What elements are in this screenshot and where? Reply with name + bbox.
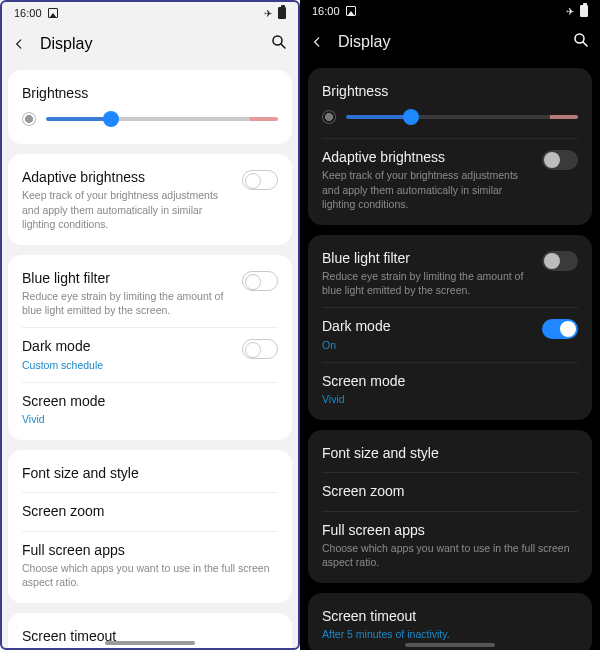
timeout-sub: After 5 minutes of inactivity. [322,627,578,641]
fontsize-row[interactable]: Font size and style [308,434,592,472]
screenmode-label: Screen mode [22,392,278,410]
search-icon [270,33,288,51]
timeout-card: Screen timeout After 5 minutes of inacti… [308,593,592,650]
bluelight-toggle[interactable] [542,251,578,271]
brightness-card: Brightness [8,70,292,144]
display-card: Blue light filter Reduce eye strain by l… [308,235,592,420]
adaptive-row[interactable]: Adaptive brightness Keep track of your b… [308,138,592,221]
screenzoom-label: Screen zoom [322,482,578,500]
status-time: 16:00 [14,7,42,19]
search-button[interactable] [572,31,590,53]
home-indicator[interactable] [405,643,495,647]
brightness-row: Brightness [8,74,292,140]
slider-track[interactable] [346,115,578,119]
darkmode-sub: On [322,338,532,352]
slider-thumb[interactable] [103,111,119,127]
battery-icon [278,7,286,19]
adaptive-desc: Keep track of your brightness adjustment… [322,168,532,211]
airplane-icon: ✈ [264,8,272,19]
fontsize-row[interactable]: Font size and style [8,454,292,492]
fontsize-label: Font size and style [322,444,578,462]
svg-line-1 [281,44,285,48]
bluelight-label: Blue light filter [22,269,232,287]
phone-light: 16:00 ✈ Display Brightness [0,0,300,650]
brightness-slider[interactable] [322,110,578,124]
slider-track[interactable] [46,117,278,121]
chevron-left-icon [12,37,26,51]
screenzoom-row[interactable]: Screen zoom [8,492,292,530]
svg-line-3 [583,42,587,46]
settings-scroll[interactable]: Brightness Adaptive brightness Keep trac… [300,62,600,650]
search-icon [572,31,590,49]
back-button[interactable] [8,33,30,55]
timeout-label: Screen timeout [322,607,578,625]
darkmode-row[interactable]: Dark mode On [308,307,592,361]
status-bar: 16:00 ✈ [2,2,298,24]
brightness-row: Brightness [308,72,592,138]
adaptive-toggle[interactable] [242,170,278,190]
fullscreen-label: Full screen apps [22,541,278,559]
fullscreen-row[interactable]: Full screen apps Choose which apps you w… [8,531,292,600]
size-card: Font size and style Screen zoom Full scr… [308,430,592,583]
darkmode-label: Dark mode [322,317,532,335]
display-card: Blue light filter Reduce eye strain by l… [8,255,292,440]
status-time: 16:00 [312,5,340,17]
fontsize-label: Font size and style [22,464,278,482]
back-button[interactable] [306,31,328,53]
header: Display [2,24,298,64]
darkmode-label: Dark mode [22,337,232,355]
screenmode-label: Screen mode [322,372,578,390]
header: Display [300,22,600,62]
fullscreen-desc: Choose which apps you want to use in the… [22,561,278,589]
adaptive-desc: Keep track of your brightness adjustment… [22,188,232,231]
bluelight-row[interactable]: Blue light filter Reduce eye strain by l… [308,239,592,308]
sun-icon [22,112,36,126]
fullscreen-desc: Choose which apps you want to use in the… [322,541,578,569]
settings-scroll[interactable]: Brightness Adaptive brightness Keep trac… [2,64,298,650]
battery-icon [580,5,588,17]
bluelight-desc: Reduce eye strain by limiting the amount… [322,269,532,297]
adaptive-toggle[interactable] [542,150,578,170]
brightness-card: Brightness Adaptive brightness Keep trac… [308,68,592,225]
size-card: Font size and style Screen zoom Full scr… [8,450,292,603]
slider-thumb[interactable] [403,109,419,125]
adaptive-label: Adaptive brightness [322,148,532,166]
page-title: Display [40,35,92,53]
bluelight-row[interactable]: Blue light filter Reduce eye strain by l… [8,259,292,328]
chevron-left-icon [310,35,324,49]
picture-icon [346,6,356,16]
picture-icon [48,8,58,18]
fullscreen-label: Full screen apps [322,521,578,539]
brightness-label: Brightness [322,82,578,100]
screenmode-sub: Vivid [322,392,578,406]
screenzoom-row[interactable]: Screen zoom [308,472,592,510]
home-indicator[interactable] [105,641,195,645]
bluelight-label: Blue light filter [322,249,532,267]
status-bar: 16:00 ✈ [300,0,600,22]
darkmode-toggle[interactable] [542,319,578,339]
sun-icon [322,110,336,124]
fullscreen-row[interactable]: Full screen apps Choose which apps you w… [308,511,592,580]
darkmode-toggle[interactable] [242,339,278,359]
adaptive-card: Adaptive brightness Keep track of your b… [8,154,292,245]
airplane-icon: ✈ [566,6,574,17]
adaptive-label: Adaptive brightness [22,168,232,186]
screenmode-row[interactable]: Screen mode Vivid [8,382,292,436]
timeout-row[interactable]: Screen timeout After 5 minutes of inacti… [8,617,292,650]
screenzoom-label: Screen zoom [22,502,278,520]
darkmode-sub: Custom schedule [22,358,232,372]
screenmode-row[interactable]: Screen mode Vivid [308,362,592,416]
page-title: Display [338,33,390,51]
darkmode-row[interactable]: Dark mode Custom schedule [8,327,292,381]
brightness-slider[interactable] [22,112,278,126]
phone-dark: 16:00 ✈ Display Brightness [300,0,600,650]
brightness-label: Brightness [22,84,278,102]
adaptive-row[interactable]: Adaptive brightness Keep track of your b… [8,158,292,241]
bluelight-toggle[interactable] [242,271,278,291]
svg-point-0 [273,36,282,45]
bluelight-desc: Reduce eye strain by limiting the amount… [22,289,232,317]
screenmode-sub: Vivid [22,412,278,426]
search-button[interactable] [270,33,288,55]
svg-point-2 [575,34,584,43]
